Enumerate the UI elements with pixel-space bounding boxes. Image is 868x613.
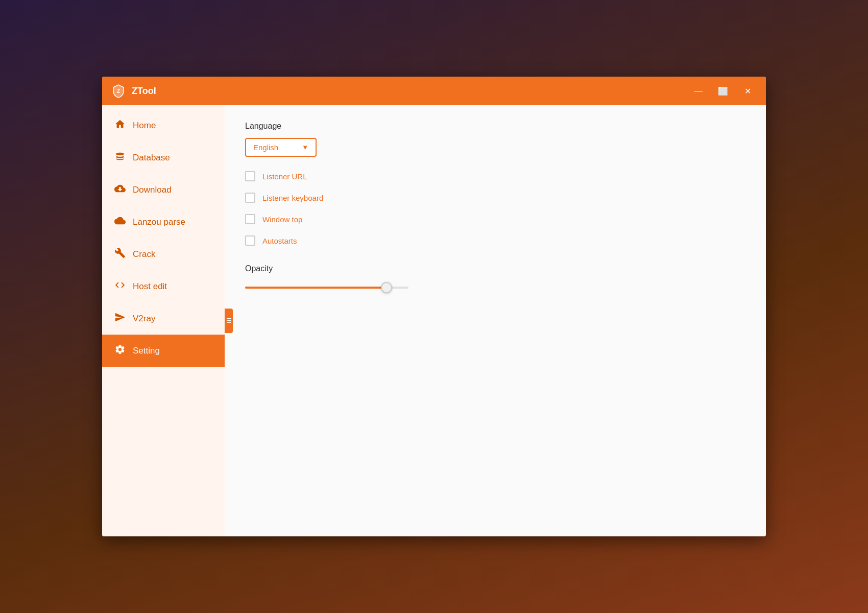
sidebar-item-hostedit[interactable]: Host edit	[102, 270, 225, 302]
checkbox-box-listener-url	[245, 171, 255, 181]
sidebar-label-v2ray: V2ray	[133, 314, 155, 324]
checkbox-autostarts[interactable]: Autostarts	[245, 235, 745, 246]
home-icon	[114, 119, 126, 132]
svg-text:Z: Z	[117, 88, 120, 94]
checkbox-label-listener-keyboard: Listener keyboard	[262, 194, 323, 202]
checkbox-group: Listener URL Listener keyboard Window to…	[245, 171, 745, 246]
checkbox-label-autostarts: Autostarts	[262, 237, 297, 245]
window-controls: — ⬜ ✕	[688, 83, 758, 99]
wrench-icon	[114, 247, 126, 261]
code-icon	[114, 279, 126, 293]
language-dropdown-value: English	[253, 143, 298, 152]
send-icon	[114, 312, 126, 325]
sidebar-label-database: Database	[133, 153, 170, 163]
app-title: ZTool	[132, 86, 688, 97]
sidebar-item-crack[interactable]: Crack	[102, 238, 225, 270]
download-icon	[114, 183, 126, 197]
sidebar-item-v2ray[interactable]: V2ray	[102, 302, 225, 335]
sidebar-label-lanzou: Lanzou parse	[133, 217, 185, 227]
sidebar-item-home[interactable]: Home	[102, 109, 225, 142]
language-dropdown[interactable]: English ▼	[245, 138, 317, 157]
checkbox-box-listener-keyboard	[245, 193, 255, 203]
sidebar-item-setting[interactable]: Setting	[102, 335, 225, 367]
maximize-button[interactable]: ⬜	[713, 83, 733, 99]
lines-icon: ☰	[226, 317, 232, 324]
sidebar-label-crack: Crack	[133, 249, 155, 260]
app-window: Z ZTool — ⬜ ✕ Home Datab	[102, 77, 766, 536]
content-area: Language English ▼ Listener URL Listener…	[225, 105, 766, 536]
gear-icon	[114, 344, 126, 358]
sidebar-collapse-button[interactable]: ☰	[225, 309, 233, 333]
opacity-section-label: Opacity	[245, 264, 745, 273]
checkbox-box-autostarts	[245, 235, 255, 246]
app-logo: Z	[110, 83, 127, 99]
close-button[interactable]: ✕	[737, 83, 758, 99]
minimize-button[interactable]: —	[688, 83, 709, 99]
chevron-down-icon: ▼	[302, 144, 308, 151]
checkbox-label-window-top: Window top	[262, 215, 302, 224]
checkbox-window-top[interactable]: Window top	[245, 214, 745, 224]
sidebar: Home Database Download	[102, 105, 225, 536]
sidebar-label-hostedit: Host edit	[133, 281, 167, 292]
sidebar-item-database[interactable]: Database	[102, 142, 225, 174]
opacity-slider-container	[245, 281, 408, 294]
sidebar-item-lanzou[interactable]: Lanzou parse	[102, 206, 225, 238]
sidebar-label-download: Download	[133, 185, 172, 195]
database-icon	[114, 151, 126, 164]
checkbox-label-listener-url: Listener URL	[262, 172, 307, 181]
titlebar: Z ZTool — ⬜ ✕	[102, 77, 766, 105]
sidebar-item-download[interactable]: Download	[102, 174, 225, 206]
cloud-icon	[114, 215, 126, 229]
language-section-label: Language	[245, 122, 745, 131]
sidebar-label-setting: Setting	[133, 346, 160, 356]
checkbox-listener-keyboard[interactable]: Listener keyboard	[245, 193, 745, 203]
main-area: Home Database Download	[102, 105, 766, 536]
sidebar-label-home: Home	[133, 121, 156, 131]
checkbox-box-window-top	[245, 214, 255, 224]
checkbox-listener-url[interactable]: Listener URL	[245, 171, 745, 181]
